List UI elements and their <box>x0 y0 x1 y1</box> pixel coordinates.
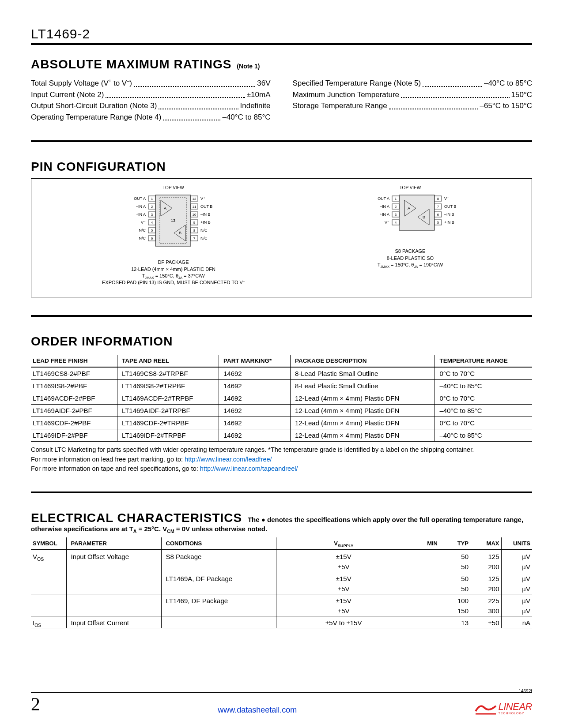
logo-subtext: TECHNOLOGY <box>499 712 532 715</box>
amr-body: Total Supply Voltage (V+ to V–)36VInput … <box>31 78 532 123</box>
table-cell: ±15V <box>276 572 408 584</box>
table-cell <box>408 594 439 606</box>
table-cell: µV <box>501 550 532 562</box>
oi-heading: ORDER INFORMATION <box>31 334 532 349</box>
table-cell: ±15V <box>276 550 408 562</box>
table-cell: 200 <box>470 584 501 594</box>
table-cell: nA <box>501 616 532 628</box>
svg-text:N/C: N/C <box>139 236 146 240</box>
df-caption-1: DF PACKAGE <box>102 259 245 266</box>
svg-text:N/C: N/C <box>200 236 208 240</box>
table-cell: 12-Lead (4mm × 4mm) Plastic DFN <box>290 417 435 429</box>
amr-row: Operating Temperature Range (Note 4)–40°… <box>31 112 271 123</box>
table-cell <box>161 584 276 594</box>
table-cell: LT1469CDF-2#TRPBF <box>117 417 219 429</box>
table-cell: ±50 <box>470 616 501 628</box>
svg-text:11: 11 <box>193 205 196 209</box>
table-cell <box>31 594 66 606</box>
table-cell: 14692 <box>219 379 290 392</box>
svg-text:9: 9 <box>193 221 196 225</box>
table-cell: 300 <box>470 606 501 616</box>
svg-text:A: A <box>164 206 166 210</box>
amr-note-suffix: (Note 1) <box>237 63 260 70</box>
table-row: ±5V150300µV <box>31 606 532 616</box>
amr-row: Specified Temperature Range (Note 5)–40°… <box>293 78 533 89</box>
table-cell: LT1469IS8-2#TRPBF <box>117 379 219 392</box>
table-cell: Input Offset Voltage <box>66 550 161 562</box>
table-cell: 12-Lead (4mm × 4mm) Plastic DFN <box>290 404 435 417</box>
table-cell: 50 <box>439 562 470 572</box>
logo-swoosh-icon <box>475 702 497 715</box>
table-cell: µV <box>501 562 532 572</box>
svg-text:B: B <box>423 215 425 219</box>
table-cell <box>408 572 439 584</box>
table-cell <box>161 562 276 572</box>
svg-text:2: 2 <box>395 205 397 209</box>
df-caption-2: 12-LEAD (4mm × 4mm) PLASTIC DFN <box>102 266 245 273</box>
svg-text:–IN A: –IN A <box>380 204 389 209</box>
leadfree-link[interactable]: http://www.linear.com/leadfree/ <box>185 456 272 463</box>
topview-label: TOP VIEW <box>359 185 461 191</box>
table-cell: 14692 <box>219 392 290 404</box>
table-cell: VOS <box>31 550 66 562</box>
table-row: VOSInput Offset VoltageS8 Package±15V501… <box>31 550 532 562</box>
table-row: LT1469, DF Package±15V100225µV <box>31 594 532 606</box>
svg-text:+IN A: +IN A <box>136 212 146 217</box>
pin-heading: PIN CONFIGURATION <box>31 160 532 174</box>
table-cell <box>408 584 439 594</box>
table-cell: LT1469AIDF-2#TRPBF <box>117 404 219 417</box>
table-cell: LT1469IS8-2#PBF <box>31 379 117 392</box>
table-cell: 50 <box>439 584 470 594</box>
amr-row: Maximum Junction Temperature150°C <box>293 89 533 101</box>
table-cell: µV <box>501 594 532 606</box>
svg-text:B: B <box>179 231 181 235</box>
order-information-section: ORDER INFORMATION LEAD FREE FINISHTAPE A… <box>31 334 532 474</box>
svg-text:OUT B: OUT B <box>200 204 212 209</box>
table-row: LT1469IDF-2#PBFLT1469IDF-2#TRPBF1469212-… <box>31 429 532 441</box>
svg-text:+IN B: +IN B <box>200 220 211 225</box>
s8-package-diagram: TOP VIEW AB1OUT A2–IN A3+IN A4V⁻8V⁺7OUT … <box>359 185 461 268</box>
absolute-maximum-ratings-section: ABSOLUTE MAXIMUM RATINGS (Note 1) Total … <box>31 57 532 123</box>
svg-text:OUT A: OUT A <box>134 196 146 201</box>
table-cell: Input Offset Current <box>66 616 161 628</box>
table-cell: 14692 <box>219 367 290 380</box>
s8-caption-2: 8-LEAD PLASTIC SO <box>359 255 461 262</box>
svg-text:N/C: N/C <box>200 228 208 233</box>
order-header-cell: LEAD FREE FINISH <box>31 355 117 367</box>
ec-header-cell: PARAMETER <box>66 537 161 550</box>
table-cell: 0°C to 70°C <box>435 392 532 404</box>
order-header-cell: TAPE AND REEL <box>117 355 219 367</box>
order-header-cell: PACKAGE DESCRIPTION <box>290 355 435 367</box>
table-row: LT1469A, DF Package±15V50125µV <box>31 572 532 584</box>
amr-row: Total Supply Voltage (V+ to V–)36V <box>31 78 271 89</box>
part-number: LT1469-2 <box>31 26 532 41</box>
table-cell <box>31 606 66 616</box>
table-row: LT1469AIDF-2#PBFLT1469AIDF-2#TRPBF146921… <box>31 404 532 417</box>
rule <box>31 315 532 317</box>
order-note-2-prefix: For more information on lead free part m… <box>31 456 185 463</box>
table-cell <box>66 584 161 594</box>
svg-text:4: 4 <box>151 221 153 225</box>
table-cell: –40°C to 85°C <box>435 379 532 392</box>
svg-text:6: 6 <box>437 213 439 217</box>
table-cell <box>66 572 161 584</box>
svg-text:OUT A: OUT A <box>378 196 389 201</box>
rule <box>31 140 532 142</box>
svg-text:V⁺: V⁺ <box>200 196 205 201</box>
svg-text:8: 8 <box>437 197 439 201</box>
ec-heading: ELECTRICAL CHARACTERISTICS <box>31 511 242 525</box>
footer-link[interactable]: www.datasheetall.com <box>40 705 475 715</box>
amr-row: Output Short-Circuit Duration (Note 3)In… <box>31 100 271 112</box>
table-cell <box>161 606 276 616</box>
svg-text:V⁻: V⁻ <box>385 220 389 225</box>
table-cell: 0°C to 70°C <box>435 367 532 380</box>
order-header-cell: PART MARKING* <box>219 355 290 367</box>
table-cell <box>161 616 276 628</box>
s8-svg: AB1OUT A2–IN A3+IN A4V⁻8V⁺7OUT B6–IN B5+… <box>359 192 461 243</box>
order-note-1: Consult LTC Marketing for parts specifie… <box>31 445 532 455</box>
table-cell <box>408 606 439 616</box>
table-cell: LT1469AIDF-2#PBF <box>31 404 117 417</box>
tapeandreel-link[interactable]: http://www.linear.com/tapeandreel/ <box>200 465 298 472</box>
svg-text:OUT B: OUT B <box>444 204 456 209</box>
table-row: LT1469CDF-2#PBFLT1469CDF-2#TRPBF1469212-… <box>31 417 532 429</box>
